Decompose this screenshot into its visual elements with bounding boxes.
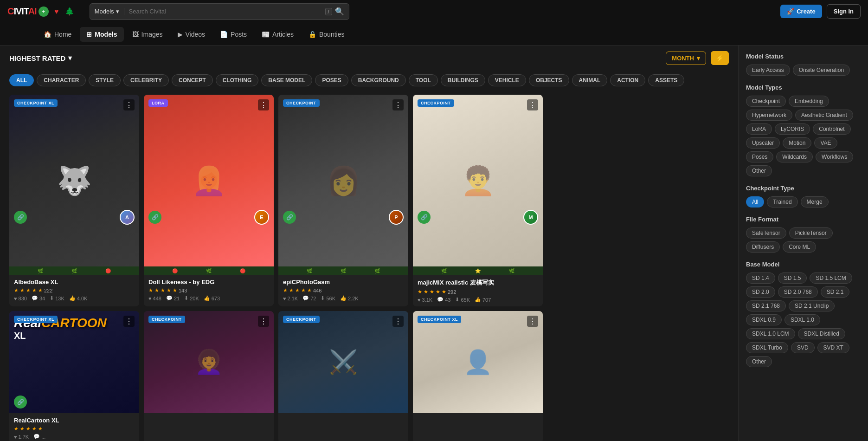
filter-tag-sdxl10-lcm[interactable]: SDXL 1.0 LCM: [746, 328, 795, 339]
filter-tag-sd21-unclip[interactable]: SD 2.1 Unclip: [789, 300, 835, 311]
filter-tag-poses[interactable]: Poses: [746, 151, 773, 162]
kbd-slash: /: [325, 8, 332, 15]
filter-tag-hypernetwork[interactable]: Hypernetwork: [746, 110, 792, 121]
sort-selector[interactable]: HIGHEST RATED ▾: [9, 54, 72, 62]
model-card-7[interactable]: ⚔️ CHECKPOINT ⋮: [278, 311, 408, 441]
period-button[interactable]: MONTH ▾: [666, 52, 706, 65]
filter-tag-sdxl-distilled[interactable]: SDXL Distilled: [798, 328, 845, 339]
model-card-6[interactable]: 👩‍🦱 CHECKPOINT ⋮: [144, 311, 274, 441]
nav-item-models[interactable]: ⊞ Models: [80, 27, 123, 42]
filter-tag-sdxl-turbo[interactable]: SDXL Turbo: [746, 342, 788, 353]
card-menu-6[interactable]: ⋮: [258, 316, 269, 327]
cat-concept[interactable]: CONCEPT: [172, 74, 213, 86]
filter-tag-embedding[interactable]: Embedding: [789, 96, 829, 107]
filter-tag-sd20[interactable]: SD 2.0: [746, 286, 775, 298]
cat-clothing[interactable]: CLOTHING: [216, 74, 259, 86]
filter-tag-svd[interactable]: SVD: [791, 342, 815, 353]
card-link-3[interactable]: 🔗: [283, 211, 296, 224]
card-link-4[interactable]: 🔗: [418, 211, 431, 224]
cat-vehicle[interactable]: VEHICLE: [488, 74, 526, 86]
cat-action[interactable]: ACTION: [610, 74, 645, 86]
filter-tag-lora[interactable]: LoRA: [746, 123, 772, 135]
filter-tag-sdxl10[interactable]: SDXL 1.0: [784, 314, 820, 325]
card-menu-5[interactable]: ⋮: [123, 316, 135, 327]
filter-button[interactable]: ⚡: [711, 51, 729, 65]
filter-checkpoint-type-tags: All Trained Merge: [746, 196, 861, 208]
filter-tag-controlnet[interactable]: Controlnet: [813, 123, 850, 135]
cat-tool[interactable]: TOOL: [409, 74, 438, 86]
search-type-dropdown[interactable]: Models ▾: [95, 8, 124, 15]
cat-objects[interactable]: OBJECTS: [529, 74, 569, 86]
cat-character[interactable]: CHARACTER: [37, 74, 86, 86]
cat-style[interactable]: STYLE: [89, 74, 121, 86]
nav-item-home[interactable]: 🏠 Home: [37, 27, 78, 42]
chevron-down-icon: ▾: [697, 55, 700, 62]
card-menu-3[interactable]: ⋮: [392, 99, 404, 110]
search-input[interactable]: [129, 8, 325, 15]
nav-item-videos[interactable]: ▶ Videos: [171, 27, 212, 42]
search-button[interactable]: 🔍: [335, 7, 344, 16]
filter-tag-lycoris[interactable]: LyCORIS: [775, 123, 810, 135]
filter-tag-checkpoint[interactable]: Checkpoint: [746, 96, 786, 107]
filter-tag-trained[interactable]: Trained: [767, 196, 797, 208]
filter-tag-core-ml[interactable]: Core ML: [783, 241, 816, 253]
model-card-3[interactable]: 👩 CHECKPOINT ⋮ 🔗 P 🌿🌿🌿 epiCPhotoGasm ★★★…: [278, 95, 408, 306]
filter-tag-sd15-lcm[interactable]: SD 1.5 LCM: [810, 272, 852, 284]
filter-tag-all[interactable]: All: [746, 196, 764, 208]
nav-item-bounties[interactable]: 🔒 Bounties: [302, 27, 351, 42]
filter-tag-sdxl09[interactable]: SDXL 0.9: [746, 314, 782, 325]
model-card-8[interactable]: 👤 CHECKPOINT XL ⋮: [413, 311, 543, 441]
signin-button[interactable]: Sign In: [827, 4, 861, 19]
card-link-5[interactable]: 🔗: [14, 396, 27, 409]
filter-tag-aesthetic-gradient[interactable]: Aesthetic Gradient: [795, 110, 853, 121]
cat-poses[interactable]: POSES: [315, 74, 348, 86]
cat-base-model[interactable]: BASE MODEL: [261, 74, 312, 86]
heart-icon[interactable]: ♥: [51, 6, 62, 17]
card-menu-1[interactable]: ⋮: [123, 99, 135, 110]
create-button[interactable]: 🚀 Create: [780, 5, 822, 18]
filter-tag-onsite-generation[interactable]: Onsite Generation: [793, 65, 850, 76]
cat-background[interactable]: BACKGROUND: [351, 74, 406, 86]
model-card-1[interactable]: 🐺 CHECKPOINT XL ⋮ 🔗 A 🌿🌿🔴 AlbedoBase XL …: [9, 95, 139, 306]
plus-icon[interactable]: +: [39, 6, 49, 17]
filter-tag-safetensor[interactable]: SafeTensor: [746, 227, 786, 239]
filter-tag-merge[interactable]: Merge: [801, 196, 829, 208]
filter-tag-sd14[interactable]: SD 1.4: [746, 272, 775, 284]
cat-animal[interactable]: ANIMAL: [572, 74, 608, 86]
nav-item-articles[interactable]: 📰 Articles: [255, 27, 300, 42]
cat-buildings[interactable]: BUILDINGS: [441, 74, 485, 86]
model-card-4[interactable]: 🧑‍🦱 CHECKPOINT ⋮ 🔗 M 🌿⭐🌿 majicMIX realis…: [413, 95, 543, 306]
filter-tag-diffusers[interactable]: Diffusers: [746, 241, 780, 253]
card-link-1[interactable]: 🔗: [14, 211, 27, 224]
card-menu-7[interactable]: ⋮: [392, 316, 404, 327]
filter-tag-wildcards[interactable]: Wildcards: [776, 151, 813, 162]
card-link-2[interactable]: 🔗: [148, 211, 161, 224]
filter-tag-other-types[interactable]: Other: [746, 165, 772, 176]
model-card-2[interactable]: 👱‍♀️ LORA ⋮ 🔗 E 🔴🌿🔴 Doll Likeness - by E…: [144, 95, 274, 306]
filter-tag-sd21[interactable]: SD 2.1: [821, 286, 850, 298]
filter-tag-svd-xt[interactable]: SVD XT: [817, 342, 849, 353]
home-icon: 🏠: [44, 31, 51, 38]
card-menu-2[interactable]: ⋮: [258, 99, 269, 110]
filter-tag-other-base[interactable]: Other: [746, 356, 772, 367]
tree-icon[interactable]: 🌲: [64, 6, 75, 17]
filter-tag-workflows[interactable]: Workflows: [816, 151, 853, 162]
filter-tag-upscaler[interactable]: Upscaler: [746, 137, 780, 149]
cat-all[interactable]: ALL: [9, 74, 34, 86]
filter-tag-motion[interactable]: Motion: [783, 137, 811, 149]
cat-assets[interactable]: ASSETS: [648, 74, 684, 86]
filter-tag-early-access[interactable]: Early Access: [746, 65, 790, 76]
logo[interactable]: CIVITAI + ♥ 🌲: [7, 6, 75, 17]
filter-tag-pickletensor[interactable]: PickleTensor: [789, 227, 833, 239]
category-bar: ALL CHARACTER STYLE CELEBRITY CONCEPT CL…: [0, 71, 738, 90]
card-menu-4[interactable]: ⋮: [527, 99, 538, 110]
nav-item-images[interactable]: 🖼 Images: [126, 27, 169, 42]
filter-tag-sd21-768[interactable]: SD 2.1 768: [746, 300, 786, 311]
filter-tag-vae[interactable]: VAE: [814, 137, 837, 149]
card-menu-8[interactable]: ⋮: [527, 316, 538, 327]
filter-tag-sd15[interactable]: SD 1.5: [778, 272, 807, 284]
filter-tag-sd20-768[interactable]: SD 2.0 768: [778, 286, 818, 298]
model-card-5[interactable]: RealCARTOON XL CHECKPOINT XL ⋮ 🔗 RealCar…: [9, 311, 139, 441]
nav-item-posts[interactable]: 📄 Posts: [213, 27, 253, 42]
cat-celebrity[interactable]: CELEBRITY: [123, 74, 169, 86]
